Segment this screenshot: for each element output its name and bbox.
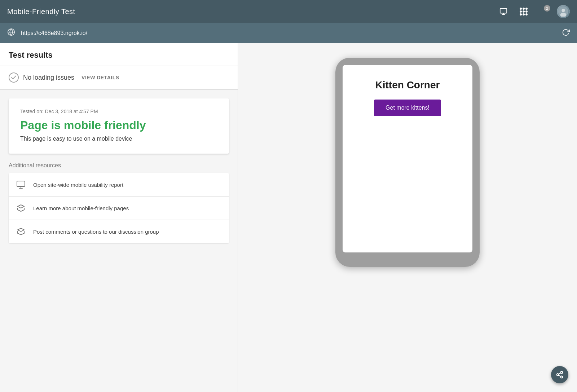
svg-point-4 [561,9,565,12]
main-container: Test results No loading issues VIEW DETA… [0,43,577,392]
avatar-image [557,5,570,18]
grid-icon [520,8,528,16]
left-panel: Test results No loading issues VIEW DETA… [0,43,238,392]
globe-icon [7,28,15,38]
svg-rect-0 [500,9,507,13]
resource-item-usability[interactable]: Open site-wide mobile usability report [9,173,229,197]
check-icon [9,72,19,83]
test-results-title: Test results [9,50,229,60]
no-loading-issues-label: No loading issues [23,74,74,82]
svg-rect-8 [17,181,25,186]
right-panel: Kitten Corner Get more kittens! [238,43,577,392]
resource-learn-label: Learn more about mobile-friendly pages [33,205,129,211]
resource-discussion-label: Post comments or questions to our discus… [33,229,159,235]
notification-button[interactable]: 2 [537,4,551,19]
phone-screen: Kitten Corner Get more kittens! [343,65,472,252]
app-header: Mobile-Friendly Test 2 [0,0,577,23]
url-input[interactable] [21,30,556,36]
svg-marker-11 [18,205,24,208]
school-icon-2 [16,226,26,237]
phone-cta-button[interactable]: Get more kittens! [374,100,441,116]
phone-site-title: Kitten Corner [375,79,440,91]
app-title: Mobile-Friendly Test [7,8,75,16]
resource-usability-label: Open site-wide mobile usability report [33,182,123,188]
mobile-friendly-description: This page is easy to use on a mobile dev… [20,136,217,142]
resource-item-learn[interactable]: Learn more about mobile-friendly pages [9,197,229,220]
additional-resources-section: Additional resources Open site-wide mobi… [0,162,238,243]
result-card: Tested on: Dec 3, 2018 at 4:57 PM Page i… [9,98,229,154]
test-results-section: Test results [0,43,238,66]
resource-item-discussion[interactable]: Post comments or questions to our discus… [9,220,229,243]
view-details-link[interactable]: VIEW DETAILS [82,75,119,80]
svg-line-20 [559,375,561,376]
refresh-icon[interactable] [562,28,570,38]
apps-button[interactable] [516,4,531,19]
user-avatar[interactable] [557,5,570,18]
mobile-friendly-status: Page is mobile friendly [20,119,217,132]
url-bar [0,23,577,43]
svg-marker-14 [18,228,24,232]
resources-card: Open site-wide mobile usability report L… [9,173,229,243]
monitor-icon [16,180,26,190]
school-icon-1 [16,203,26,213]
loading-bar: No loading issues VIEW DETAILS [0,66,238,90]
svg-line-21 [559,373,561,374]
tested-on-label: Tested on: Dec 3, 2018 at 4:57 PM [20,109,217,114]
header-icons: 2 [496,4,570,19]
additional-resources-title: Additional resources [9,162,229,169]
share-fab[interactable] [551,366,568,383]
phone-mockup: Kitten Corner Get more kittens! [335,58,480,267]
notification-badge: 2 [544,5,550,12]
feedback-button[interactable] [496,4,511,19]
